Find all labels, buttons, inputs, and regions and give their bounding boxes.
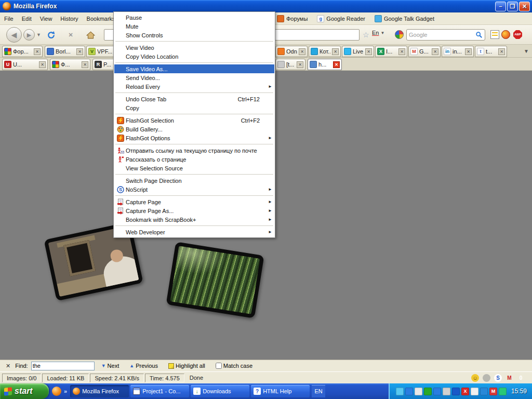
translate-icon[interactable] [395, 30, 404, 39]
find-next-button[interactable]: ▼ Next [98, 362, 123, 370]
tray-icon-6[interactable] [443, 388, 450, 395]
menu-item-show-controls[interactable]: Show Controls [114, 31, 274, 39]
menu-item-send-video[interactable]: Send Video... [114, 73, 274, 82]
restore-button[interactable]: ❐ [507, 2, 518, 11]
language-bar[interactable]: EN [312, 385, 325, 397]
menu-item-undo-close-tab[interactable]: Undo Close TabCtrl+F12 [114, 95, 274, 103]
task-button-downloads[interactable]: ↓Downloads [191, 385, 249, 397]
tab-odn[interactable]: Odn...✕ [275, 46, 308, 57]
menu-item-capture-page[interactable]: Capture Page► [114, 197, 274, 206]
tab-t4[interactable]: Кот...✕ [309, 46, 341, 57]
video-thumbnail-bamboo[interactable] [166, 242, 264, 318]
menubar-item-history[interactable]: History [56, 14, 82, 24]
menu-item-bookmark-with-scrapbook[interactable]: Bookmark with ScrapBook+► [114, 215, 274, 224]
menu-item-copy[interactable]: Copy [114, 103, 274, 112]
quicklaunch-overflow-icon[interactable]: » [64, 388, 67, 394]
menubar-item-file[interactable]: File [0, 14, 18, 24]
tab-close-icon[interactable]: ✕ [333, 61, 340, 68]
bookmark-b0[interactable]: Форумы [272, 12, 312, 25]
task-button-html-help[interactable]: ?HTML Help [251, 385, 310, 397]
tab-in[interactable]: inin...✕ [442, 46, 474, 57]
bookmark-star-icon[interactable]: ☆ [363, 31, 369, 39]
tab-close-icon[interactable]: ✕ [398, 48, 405, 55]
minimize-button[interactable]: – [495, 2, 506, 11]
menu-item-flashgot-options[interactable]: FlashGot Options► [114, 134, 274, 142]
bookmark-google-talk-gadget[interactable]: Google Talk Gadget [370, 12, 439, 25]
tray-icon-1[interactable] [396, 388, 404, 395]
menu-item-reload-every[interactable]: Reload Every► [114, 82, 274, 91]
tab-close-icon[interactable]: ✕ [299, 48, 305, 55]
language-dropdown-icon[interactable]: ▼ [380, 31, 384, 35]
firefox-quicklaunch-icon[interactable] [52, 387, 61, 396]
menu-item-copy-video-location[interactable]: Copy Video Location [114, 52, 274, 61]
tab-t1[interactable]: Ф...✕ [50, 59, 90, 70]
tab-i[interactable]: XI...✕ [375, 46, 407, 57]
menu-item-view-selection-source[interactable]: View Selection Source [114, 164, 274, 172]
smiley-extension-icon[interactable] [501, 30, 510, 39]
menu-item-web-developer[interactable]: Web Developer► [114, 228, 274, 236]
match-case-checkbox[interactable] [216, 363, 222, 369]
tray-icon-8[interactable]: X [461, 388, 469, 395]
tab-g[interactable]: MG...✕ [408, 46, 441, 57]
menu-item-view-video[interactable]: View Video [114, 43, 274, 52]
noscript-status-icon[interactable]: S [494, 374, 502, 382]
match-case-option[interactable]: Match case [212, 362, 256, 370]
close-button[interactable]: ✕ [519, 2, 530, 11]
search-box[interactable] [406, 29, 485, 41]
mail-status-icon[interactable]: M [506, 374, 513, 382]
tray-icon-10[interactable] [480, 388, 488, 395]
tray-icon-3[interactable] [415, 388, 422, 395]
tray-icon-7[interactable] [452, 388, 460, 395]
find-previous-button[interactable]: ▲ Previous [126, 362, 162, 370]
adblock-plus-icon[interactable]: ABP [513, 30, 522, 39]
page-extension-icon[interactable] [490, 30, 499, 39]
forward-button[interactable]: ▶ [23, 29, 35, 41]
tab-close-icon[interactable]: ✕ [34, 48, 41, 55]
menubar-item-edit[interactable]: Edit [18, 14, 36, 24]
stop-button[interactable]: ✕ [64, 29, 77, 41]
find-input[interactable] [31, 362, 95, 370]
tray-icon-11[interactable]: M [489, 388, 497, 395]
menubar-item-view[interactable]: View [36, 14, 57, 24]
back-button[interactable]: ◀ [6, 27, 22, 43]
tab-live[interactable]: Live...✕ [342, 46, 374, 57]
menu-item-mute[interactable]: Mute [114, 22, 274, 31]
tab-close-icon[interactable]: ✕ [465, 48, 472, 55]
search-input[interactable] [409, 32, 475, 38]
tab-close-icon[interactable]: ✕ [297, 61, 303, 68]
menu-item-switch-page-direction[interactable]: Switch Page Direction [114, 176, 274, 185]
tray-icon-5[interactable] [433, 388, 441, 395]
menu-item-noscript[interactable]: SNoScript► [114, 185, 274, 194]
tray-icon-2[interactable] [405, 388, 413, 395]
menu-item-save-video-as[interactable]: Save Video As... [114, 64, 274, 73]
tab-borl[interactable]: Borl...✕ [45, 46, 85, 57]
tab-h[interactable]: h...✕ [308, 59, 342, 70]
tray-icon-9[interactable] [471, 388, 478, 395]
home-button[interactable] [84, 29, 97, 41]
tab-close-icon[interactable]: ✕ [332, 48, 339, 55]
search-icon[interactable] [475, 31, 483, 38]
start-button[interactable]: start [0, 383, 49, 399]
bookmark-google-reader[interactable]: gGoogle Reader [312, 12, 370, 25]
tab-close-icon[interactable]: ✕ [76, 48, 83, 55]
menu-item-pause[interactable]: Pause [114, 13, 274, 22]
tab-t[interactable]: tt...✕ [475, 46, 507, 57]
ball-status-icon[interactable] [483, 374, 490, 382]
tab-t[interactable]: [t...✕ [275, 59, 305, 70]
history-dropdown-icon[interactable]: ▼ [36, 32, 41, 37]
tab-close-icon[interactable]: ✕ [365, 48, 372, 55]
tab-t0[interactable]: Фор...✕ [2, 46, 43, 57]
tab-list-dropdown-icon[interactable]: ▼ [524, 48, 529, 54]
menu-item-item-19[interactable]: Рассказать о странице [114, 155, 274, 164]
language-button[interactable]: En ▼ [372, 30, 384, 36]
tray-icon-12[interactable] [499, 388, 507, 395]
highlight-all-button[interactable]: Highlight all [165, 362, 209, 370]
smiley-status-icon[interactable]: ☺ [471, 374, 479, 382]
task-button-project1-co[interactable]: Project1 - Co... [130, 385, 189, 397]
reload-button[interactable] [45, 29, 57, 41]
menu-item-item-18[interactable]: Отправить ссылку на текущую страницу по … [114, 146, 274, 155]
counter-status[interactable]: 0 [517, 374, 525, 382]
tab-u[interactable]: UU...✕ [2, 59, 48, 70]
find-close-icon[interactable]: ✕ [4, 363, 12, 369]
task-button-mozilla-firefox[interactable]: Mozilla Firefox [70, 385, 129, 397]
